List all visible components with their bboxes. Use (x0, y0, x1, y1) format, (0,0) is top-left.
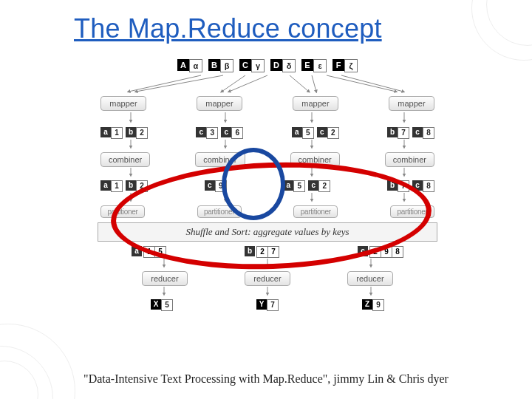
svg-line-5 (312, 75, 316, 92)
reducer-node: reducer (245, 271, 290, 286)
comb-out: a1 b2 (100, 180, 148, 192)
svg-line-7 (341, 75, 403, 92)
partitioner-node: partitioner (293, 205, 338, 218)
down-arrows (90, 258, 445, 268)
comb-out: a5 c2 (283, 180, 330, 192)
grouped-values: b 27 (245, 246, 279, 258)
comb-out: c9 (205, 180, 227, 192)
citation-caption: "Data-Intensive Text Processing with Map… (0, 372, 532, 386)
fanout-arrows (90, 74, 445, 93)
input-pair: Aα (177, 59, 202, 72)
reducer-row: reducer reducer reducer (90, 271, 445, 286)
mapper-node: mapper (100, 96, 146, 111)
map-out: b7 c8 (387, 127, 434, 139)
svg-line-2 (222, 75, 245, 92)
mapreduce-diagram: Aα Bβ Cγ Dδ Eε Fζ mapper mapper mapper m… (90, 59, 445, 355)
partitioner-row: partitioner partitioner partitioner part… (90, 205, 445, 218)
slide-title: The Map.Reduce concept (74, 13, 532, 44)
combiner-node: combiner (100, 152, 150, 167)
svg-line-6 (327, 75, 396, 92)
svg-line-0 (129, 75, 201, 92)
map-output-row: a1 b2 c3 c6 a5 c2 b7 c8 (90, 127, 445, 139)
combiner-node: combiner (385, 152, 434, 167)
shuffle-output-row: a 15 b 27 c 298 (90, 246, 445, 258)
map-out: a1 b2 (100, 127, 148, 139)
partitioner-node: partitioner (390, 205, 434, 218)
down-arrows (90, 167, 445, 177)
combiner-node: combiner (195, 152, 245, 167)
final-output-row: X5 Y7 Z9 (90, 299, 445, 311)
down-arrows (90, 286, 445, 296)
comb-out: b7 c8 (387, 180, 434, 192)
mapper-node: mapper (197, 96, 242, 111)
mapper-node: mapper (293, 96, 338, 111)
down-arrows (90, 192, 445, 202)
final-pair: Z9 (362, 299, 384, 311)
input-row: Aα Bβ Cγ Dδ Eε Fζ (90, 59, 445, 72)
svg-line-3 (229, 75, 267, 92)
mapper-row: mapper mapper mapper mapper (90, 96, 445, 111)
combine-output-row: a1 b2 c9 a5 c2 b7 c8 (90, 180, 445, 192)
reducer-node: reducer (347, 271, 393, 286)
combiner-node: combiner (290, 152, 340, 167)
input-pair: Bβ (208, 59, 233, 72)
shuffle-sort-box: Shuffle and Sort: aggregate values by ke… (98, 222, 437, 242)
final-pair: X5 (151, 299, 173, 311)
down-arrows (90, 111, 445, 124)
input-pair: Fζ (332, 59, 358, 72)
map-out: a5 c2 (292, 127, 339, 139)
input-pair: Eε (301, 59, 327, 72)
svg-line-4 (290, 75, 309, 92)
partitioner-node: partitioner (100, 205, 145, 218)
grouped-values: a 15 (132, 246, 166, 258)
input-pair: Cγ (239, 59, 265, 72)
input-pair: Dδ (270, 59, 296, 72)
combiner-row: combiner combiner combiner combiner (90, 152, 445, 167)
svg-line-1 (136, 75, 223, 92)
partitioner-node: partitioner (197, 205, 242, 218)
reducer-node: reducer (142, 271, 188, 286)
grouped-values: c 298 (358, 246, 403, 258)
map-out: c3 c6 (196, 127, 243, 139)
mapper-node: mapper (389, 96, 434, 111)
down-arrows (90, 139, 445, 149)
final-pair: Y7 (256, 299, 279, 311)
